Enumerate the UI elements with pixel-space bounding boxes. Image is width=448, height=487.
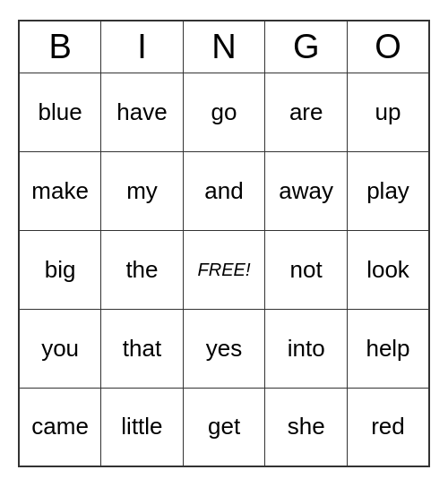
bingo-header-row: BINGO [19,21,429,73]
bingo-body: bluehavegoareupmakemyandawayplaybigtheFR… [19,73,429,466]
bingo-row: youthatyesintohelp [19,309,429,388]
cell-r4-c4: red [348,388,430,466]
header-col-n: N [183,21,265,73]
cell-r1-c2: and [183,151,265,230]
cell-r1-c1: my [101,151,184,230]
cell-r4-c1: little [101,388,184,466]
cell-r1-c4: play [348,151,430,230]
cell-r2-c3: not [265,230,348,309]
bingo-card: BINGO bluehavegoareupmakemyandawayplaybi… [18,20,430,467]
cell-r3-c0: you [19,309,101,388]
cell-r2-c0: big [19,230,101,309]
bingo-row: makemyandawayplay [19,151,429,230]
cell-r3-c1: that [101,309,184,388]
cell-r2-c1: the [101,230,184,309]
cell-r4-c3: she [265,388,348,466]
cell-r3-c3: into [265,309,348,388]
header-col-i: I [101,21,184,73]
cell-r4-c2: get [183,388,265,466]
cell-r3-c4: help [348,309,430,388]
header-col-o: O [348,21,430,73]
cell-r0-c2: go [183,73,265,151]
header-col-g: G [265,21,348,73]
bingo-row: bluehavegoareup [19,73,429,151]
cell-r0-c0: blue [19,73,101,151]
cell-r1-c0: make [19,151,101,230]
cell-r3-c2: yes [183,309,265,388]
cell-r2-c2: FREE! [183,230,265,309]
cell-r0-c1: have [101,73,184,151]
bingo-row: camelittlegetshered [19,388,429,466]
cell-r4-c0: came [19,388,101,466]
cell-r1-c3: away [265,151,348,230]
cell-r2-c4: look [348,230,430,309]
bingo-row: bigtheFREE!notlook [19,230,429,309]
cell-r0-c4: up [348,73,430,151]
cell-r0-c3: are [265,73,348,151]
header-col-b: B [19,21,101,73]
